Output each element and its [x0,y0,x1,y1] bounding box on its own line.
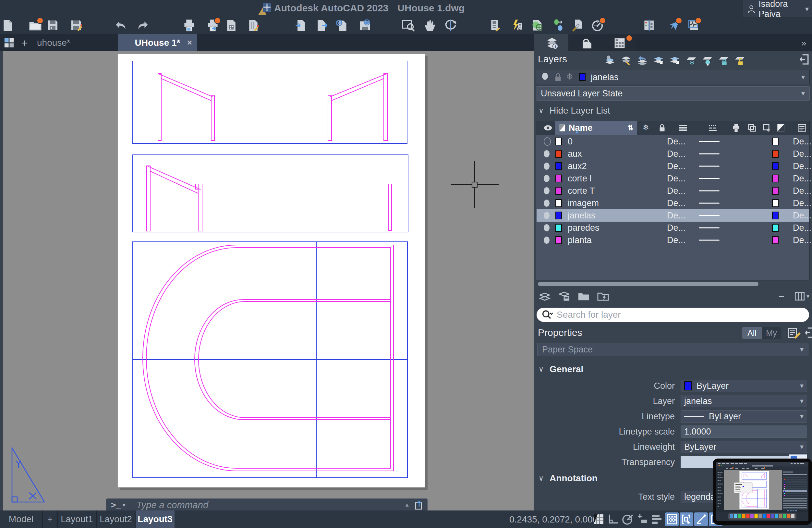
undo-icon[interactable] [113,18,128,33]
general-section-header[interactable]: ∨ General [538,364,583,374]
property-field[interactable]: ByLayer ▾ [681,441,807,453]
performance-icon[interactable] [686,18,701,33]
new-file-icon[interactable] [0,18,15,33]
layer-freeze-icon[interactable]: ❄ [685,55,697,66]
layer-off-icon[interactable] [701,55,713,66]
plot-column-icon[interactable] [732,123,740,132]
properties-edit-icon[interactable] [788,327,801,339]
layer-vp-color-swatch[interactable] [772,212,779,219]
layer-states-icon[interactable] [604,55,616,66]
layer-on-icon[interactable] [544,224,550,231]
layer-vp-color-swatch[interactable] [772,236,779,244]
layer-on-icon[interactable] [544,150,550,157]
layer-color-swatch[interactable] [555,199,562,207]
attach-icon[interactable] [334,18,349,33]
save-web-icon[interactable] [358,18,373,33]
property-field[interactable]: ByLayer ▾ [681,380,807,392]
pan-icon[interactable] [422,18,437,33]
layout3-tab[interactable]: Layout3 [135,511,175,528]
filter-all-button[interactable]: All [742,327,762,339]
polar-tracking-icon[interactable] [621,512,635,526]
user-account-button[interactable]: Isadora Paiva ▾ [743,0,812,18]
layer-unlock-icon[interactable] [734,55,745,66]
scrollbar-thumb[interactable] [538,282,758,286]
linetype-column-icon[interactable] [708,125,718,131]
snap-icon[interactable] [636,512,649,526]
filter-my-button[interactable]: My [762,327,781,339]
doc-tab-uhouse[interactable]: uhouse* [32,34,115,51]
panel-expand-icon[interactable]: » [801,38,807,48]
properties-collapse-icon[interactable] [804,327,812,338]
layer-color-swatch[interactable] [555,224,562,232]
polar-snap-icon[interactable] [694,512,708,526]
layer-row[interactable]: aux De... De... [537,148,809,160]
isolate-layer-settings-icon[interactable] [538,290,551,302]
ortho-icon[interactable] [606,512,620,526]
layer-row[interactable]: paredes De... De... [537,222,809,234]
isolate-objects-icon[interactable] [551,18,566,33]
layer-on-icon[interactable] [544,237,550,244]
share-icon[interactable] [667,18,682,33]
import-icon[interactable] [293,18,308,33]
purge-icon[interactable] [569,18,584,33]
layer-vp-color-swatch[interactable] [772,138,779,145]
current-layer-selector[interactable]: ❄ janelas ▾ [536,70,810,84]
zoom-window-icon[interactable] [401,18,416,33]
freeze-column-icon[interactable]: ❄ [643,123,649,132]
layer-vp-color-swatch[interactable] [772,150,779,158]
layer-color-swatch[interactable] [555,175,562,182]
save-icon[interactable] [45,18,60,33]
layer-row[interactable]: corte l De... De... [537,172,809,185]
command-share-icon[interactable] [415,500,423,510]
plot-icon[interactable] [182,18,197,33]
command-line[interactable]: >_ ▾ Type a command ▲ [106,498,427,512]
layer-states-manager-icon[interactable] [558,290,570,302]
add-layout-button[interactable]: + [43,511,58,528]
doc-tab-uhouse1[interactable]: UHouse 1* × [118,34,197,51]
tool-palettes-icon[interactable] [488,18,503,33]
property-field[interactable]: 1.0000 ▾ [681,426,807,438]
visibility-column-icon[interactable] [543,125,552,131]
open-filter-icon[interactable] [578,290,590,302]
batch-plot-icon[interactable] [205,18,220,33]
layout2-tab[interactable]: Layout2 [97,511,135,528]
vp-freeze-column-icon[interactable] [748,124,756,132]
command-expand-icon[interactable]: ▲ [404,502,410,508]
layer-row[interactable]: corte T De... De... [537,185,809,197]
collapse-pane-icon[interactable]: − [779,291,785,303]
close-tab-icon[interactable]: × [187,38,192,48]
match-properties-icon[interactable] [530,18,545,33]
layer-settings-icon[interactable] [620,55,632,66]
drawing-canvas[interactable] [0,51,534,511]
orbit-icon[interactable] [443,18,458,33]
layer-row[interactable]: planta De... De... [537,234,809,246]
plot-preview-icon[interactable] [224,18,239,33]
layer-search[interactable]: Search for layer [537,308,809,322]
name-column-header[interactable]: Name ⇅ [555,121,637,135]
object-snap-icon[interactable] [680,512,693,526]
layer-on-icon[interactable] [544,137,551,146]
vp-color-column-icon[interactable] [777,124,785,132]
layer-color-swatch[interactable] [555,236,562,244]
lock-column-icon[interactable] [659,124,665,132]
layer-row[interactable]: janelas De... De... [537,209,809,222]
export-icon[interactable] [314,18,329,33]
layout1-tab[interactable]: Layout1 [58,511,97,528]
layer-list-scrollbar[interactable] [536,281,810,287]
model-tab[interactable]: Model [0,511,43,528]
quick-select-icon[interactable] [510,18,525,33]
property-field[interactable]: ByLayer ▾ [681,410,807,423]
layer-on-icon[interactable] [544,187,550,195]
lineweight-display-icon[interactable] [650,512,664,526]
hide-layer-list-toggle[interactable]: ∨ Hide Layer List [538,105,610,116]
layer-on-icon[interactable] [544,212,550,219]
layer-row[interactable]: 0 De... De... [537,135,809,148]
property-field[interactable]: janelas ▾ [681,395,807,407]
save-as-icon[interactable] [69,18,84,33]
grid-snap-icon[interactable] [665,512,679,526]
layer-vp-color-swatch[interactable] [772,162,779,170]
paper-space-toggle-icon[interactable] [592,512,605,526]
open-file-icon[interactable] [28,18,43,33]
layer-lock-icon[interactable] [717,55,729,66]
plot-edit-icon[interactable] [246,18,261,33]
